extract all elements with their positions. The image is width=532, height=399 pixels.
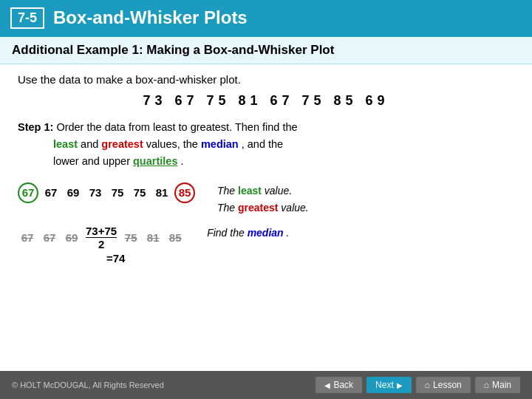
num-67-second: 67	[41, 183, 61, 203]
step1-median: median	[201, 138, 239, 150]
lesson-badge: 7-5	[10, 7, 44, 29]
step1-and: and	[81, 138, 101, 150]
next-arrow-icon	[397, 380, 403, 390]
step1-dot: .	[180, 155, 183, 167]
median-81: 81	[143, 228, 163, 248]
header-title: Box-and-Whisker Plots	[53, 7, 248, 28]
step1-line3: lower and upper	[53, 155, 133, 167]
step1-text: Order the data from least to greatest. T…	[56, 121, 297, 133]
median-row-container: 67 67 69 73+75 2 75 81 85 =74 Find the m…	[18, 225, 514, 265]
lesson-label: Lesson	[433, 380, 462, 390]
main-label: Main	[492, 380, 511, 390]
main-button[interactable]: Main	[475, 377, 520, 393]
copyright: © HOLT McDOUGAL, All Rights Reserved	[12, 381, 164, 389]
original-data: 73 67 75 81 67 75 85 69	[18, 93, 514, 109]
step1-label: Step 1:	[18, 121, 53, 133]
sorted-row-container: 67 67 69 73 75 75 81 85 The least value.…	[18, 183, 514, 218]
back-arrow-icon	[324, 380, 330, 390]
fraction-denominator: 2	[98, 238, 104, 250]
next-button[interactable]: Next	[366, 377, 412, 393]
step1-block: Step 1: Order the data from least to gre…	[18, 119, 514, 171]
median-note-end: .	[287, 227, 290, 239]
least-note: The least value.	[217, 183, 309, 200]
median-note-bold: median	[248, 227, 284, 239]
num-69: 69	[64, 183, 83, 203]
step1-least: least	[53, 138, 78, 150]
num-81: 81	[152, 183, 171, 203]
section-title: Additional Example 1: Making a Box-and-W…	[0, 35, 532, 64]
main-content: Use the data to make a box-and-whisker p…	[0, 64, 532, 265]
fraction-73-75: 73+75 2	[86, 225, 117, 250]
step1-and2: , and the	[242, 138, 283, 150]
back-label: Back	[333, 380, 353, 390]
greatest-note: The greatest value.	[217, 200, 309, 217]
num-67-first: 67	[18, 183, 38, 203]
main-home-icon	[484, 380, 489, 390]
sorted-numbers: 67 67 69 73 75 75 81 85	[18, 183, 195, 203]
header-bar: 7-5 Box-and-Whisker Plots	[0, 0, 532, 35]
step1-greatest: greatest	[101, 138, 143, 150]
footer-buttons: Back Next Lesson Main	[316, 377, 520, 393]
fraction-numerator: 73+75	[86, 225, 117, 237]
num-75-first: 75	[108, 183, 127, 203]
num-73: 73	[86, 183, 105, 203]
median-75: 75	[121, 228, 140, 248]
lesson-home-icon	[425, 380, 430, 390]
num-85: 85	[174, 183, 195, 203]
median-67-1: 67	[18, 228, 37, 248]
median-note: Find the median .	[207, 225, 289, 242]
median-numbers: 67 67 69 73+75 2 75 81 85	[18, 225, 185, 250]
median-69: 69	[62, 228, 81, 248]
median-note-pre: Find the	[207, 227, 247, 239]
next-label: Next	[375, 380, 394, 390]
median-67-2: 67	[40, 228, 59, 248]
step1-values: values, the	[146, 138, 201, 150]
side-notes: The least value. The greatest value.	[217, 183, 309, 218]
median-result: =74	[106, 252, 185, 265]
instruction-text: Use the data to make a box-and-whisker p…	[18, 73, 514, 86]
median-85: 85	[166, 228, 185, 248]
lesson-button[interactable]: Lesson	[416, 377, 471, 393]
num-75-second: 75	[130, 183, 149, 203]
footer-bar: © HOLT McDOUGAL, All Rights Reserved Bac…	[0, 371, 532, 399]
step1-quartiles: quartiles	[133, 155, 177, 167]
back-button[interactable]: Back	[316, 377, 362, 393]
